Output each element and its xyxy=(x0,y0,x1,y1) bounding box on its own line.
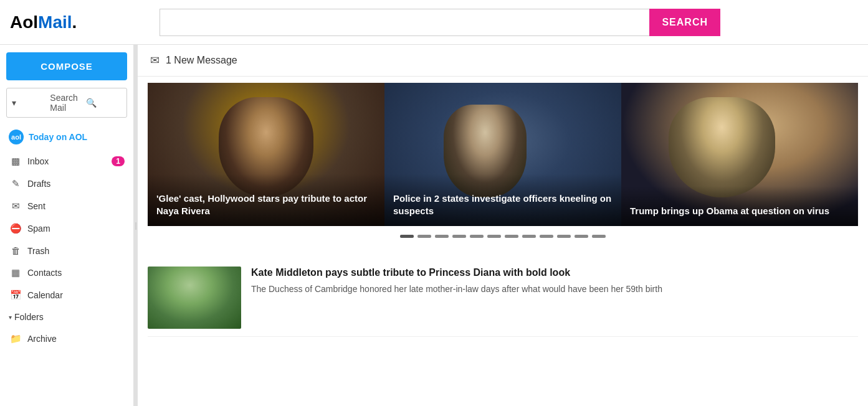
aol-logo-icon: aol xyxy=(9,130,24,144)
archive-icon: 📁 xyxy=(9,333,22,344)
sidebar-item-inbox[interactable]: ▩ Inbox 1 xyxy=(0,150,133,172)
sidebar-item-today-aol[interactable]: aol Today on AOL xyxy=(0,124,133,150)
carousel-dot-9[interactable] xyxy=(540,235,553,238)
archive-label: Archive xyxy=(27,334,125,344)
news-card-3-title: Trump brings up Obama at question on vir… xyxy=(630,205,849,217)
calendar-label: Calendar xyxy=(27,290,125,300)
news-list-item-kate[interactable]: Kate Middleton pays subtle tribute to Pr… xyxy=(148,259,858,337)
sidebar-item-contacts[interactable]: ▦ Contacts xyxy=(0,262,133,284)
search-mail-label: Search Mail xyxy=(50,93,85,113)
folders-label: Folders xyxy=(14,312,125,322)
carousel-dot-6[interactable] xyxy=(487,235,501,238)
search-mail-icon: 🔍 xyxy=(86,98,122,108)
news-cards-row: 'Glee' cast, Hollywood stars pay tribute… xyxy=(148,83,858,226)
inbox-icon: ▩ xyxy=(9,156,22,167)
search-container: SEARCH xyxy=(160,9,720,36)
sidebar-item-archive[interactable]: 📁 Archive xyxy=(0,328,133,350)
carousel-dot-12[interactable] xyxy=(592,235,606,238)
logo-aol: Aol xyxy=(10,12,38,32)
trash-label: Trash xyxy=(27,246,125,256)
news-list-title-kate: Kate Middleton pays subtle tribute to Pr… xyxy=(251,267,858,280)
sidebar-item-trash[interactable]: 🗑 Trash xyxy=(0,240,133,262)
new-message-text: 1 New Message xyxy=(166,55,237,66)
new-message-bar[interactable]: ✉ 1 New Message xyxy=(138,45,868,77)
carousel-dot-5[interactable] xyxy=(470,235,484,238)
sidebar-item-calendar[interactable]: 📅 Calendar xyxy=(0,284,133,306)
header: Aol Mail . SEARCH xyxy=(0,0,868,45)
search-button[interactable]: SEARCH xyxy=(649,9,720,36)
inbox-badge: 1 xyxy=(112,156,125,166)
contacts-label: Contacts xyxy=(27,268,125,278)
calendar-icon: 📅 xyxy=(9,290,22,301)
sidebar-item-spam[interactable]: ⛔ Spam xyxy=(0,217,133,240)
news-list-thumb-kate xyxy=(148,267,241,329)
carousel-dot-11[interactable] xyxy=(575,235,588,238)
carousel-dot-7[interactable] xyxy=(505,235,518,238)
news-list-desc-kate: The Duchess of Cambridge honored her lat… xyxy=(251,283,858,296)
sidebar-item-folders[interactable]: ▾ Folders xyxy=(0,306,133,328)
sidebar: COMPOSE ▾ Search Mail 🔍 aol Today on AOL… xyxy=(0,45,134,406)
news-card-1-overlay: 'Glee' cast, Hollywood stars pay tribute… xyxy=(148,174,384,227)
logo: Aol Mail . xyxy=(10,12,135,32)
sidebar-item-drafts[interactable]: ✎ Drafts xyxy=(0,172,133,195)
news-card-2[interactable]: Police in 2 states investigate officers … xyxy=(384,83,621,226)
drafts-icon: ✎ xyxy=(9,178,22,189)
sent-icon: ✉ xyxy=(9,201,22,212)
trash-icon: 🗑 xyxy=(9,245,22,256)
news-card-1-title: 'Glee' cast, Hollywood stars pay tribute… xyxy=(156,192,376,218)
carousel-dot-2[interactable] xyxy=(417,235,431,238)
inbox-label: Inbox xyxy=(27,156,112,166)
logo-dot: . xyxy=(72,12,77,32)
global-search-input[interactable] xyxy=(160,9,649,36)
envelope-icon: ✉ xyxy=(150,54,160,67)
drafts-label: Drafts xyxy=(27,179,125,189)
carousel-dot-4[interactable] xyxy=(452,235,466,238)
main-layout: COMPOSE ▾ Search Mail 🔍 aol Today on AOL… xyxy=(0,45,868,406)
carousel-dots xyxy=(148,226,858,247)
content-area: ✉ 1 New Message 'Glee' cast, Hollywood s… xyxy=(138,45,868,406)
today-aol-label: Today on AOL xyxy=(29,132,87,142)
carousel-dot-1[interactable] xyxy=(400,235,414,238)
news-card-2-overlay: Police in 2 states investigate officers … xyxy=(384,174,621,227)
news-card-2-title: Police in 2 states investigate officers … xyxy=(393,192,613,218)
kate-image xyxy=(148,267,241,329)
news-cards-section: 'Glee' cast, Hollywood stars pay tribute… xyxy=(138,77,868,253)
logo-mail: Mail xyxy=(38,12,72,32)
sent-label: Sent xyxy=(27,201,125,211)
news-list: Kate Middleton pays subtle tribute to Pr… xyxy=(138,253,868,337)
carousel-dot-3[interactable] xyxy=(435,235,449,238)
folders-dropdown-icon: ▾ xyxy=(9,314,12,321)
news-card-3-overlay: Trump brings up Obama at question on vir… xyxy=(621,186,858,226)
spam-label: Spam xyxy=(27,224,125,234)
news-card-3[interactable]: Trump brings up Obama at question on vir… xyxy=(621,83,858,226)
search-mail-box[interactable]: ▾ Search Mail 🔍 xyxy=(6,88,127,118)
compose-button[interactable]: COMPOSE xyxy=(6,52,127,80)
contacts-icon: ▦ xyxy=(9,267,22,278)
search-mail-dropdown-icon: ▾ xyxy=(12,98,47,108)
news-list-content-kate: Kate Middleton pays subtle tribute to Pr… xyxy=(251,267,858,329)
spam-icon: ⛔ xyxy=(9,223,22,234)
news-card-1[interactable]: 'Glee' cast, Hollywood stars pay tribute… xyxy=(148,83,384,226)
carousel-dot-10[interactable] xyxy=(557,235,571,238)
carousel-dot-8[interactable] xyxy=(522,235,536,238)
sidebar-item-sent[interactable]: ✉ Sent xyxy=(0,195,133,217)
